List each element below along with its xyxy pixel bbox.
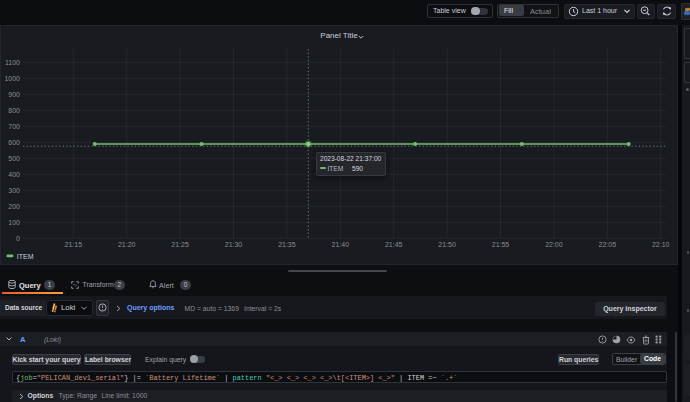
svg-text:22:10: 22:10 [652,241,670,248]
svg-text:21:30: 21:30 [225,241,243,248]
svg-text:400: 400 [8,171,20,178]
svg-text:22:00: 22:00 [545,241,563,248]
svg-text:700: 700 [8,123,20,130]
svg-text:100: 100 [8,219,20,226]
svg-text:21:35: 21:35 [278,241,296,248]
svg-text:21:55: 21:55 [492,241,510,248]
svg-text:800: 800 [8,107,20,114]
svg-text:900: 900 [8,91,20,98]
svg-text:600: 600 [8,139,20,146]
svg-text:21:50: 21:50 [438,241,456,248]
svg-text:200: 200 [8,203,20,210]
svg-text:21:15: 21:15 [65,241,83,248]
svg-text:21:20: 21:20 [118,241,136,248]
svg-text:500: 500 [8,155,20,162]
svg-text:1100: 1100 [5,59,20,66]
svg-text:22:05: 22:05 [599,241,617,248]
svg-text:300: 300 [8,187,20,194]
svg-text:1000: 1000 [4,75,20,82]
svg-text:21:45: 21:45 [385,241,403,248]
svg-text:0: 0 [16,235,20,242]
svg-text:21:25: 21:25 [171,241,189,248]
svg-text:ITEM: ITEM [17,253,34,260]
svg-text:21:40: 21:40 [332,241,350,248]
